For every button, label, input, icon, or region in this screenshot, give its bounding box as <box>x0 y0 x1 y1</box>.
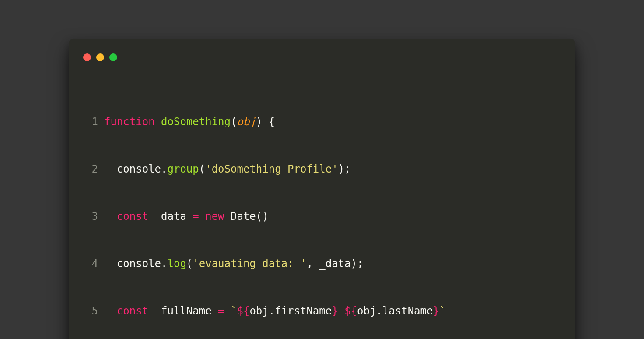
code-content: console.group('doSomething Profile'); <box>104 161 559 177</box>
code-line: 5 const _fullName = `${obj.firstName} ${… <box>85 303 559 319</box>
close-icon[interactable] <box>83 53 91 61</box>
code-content: console.log('evauating data: ', _data); <box>104 256 559 272</box>
line-number: 3 <box>85 208 104 224</box>
minimize-icon[interactable] <box>96 53 104 61</box>
code-window: 1function doSomething(obj) { 2 console.g… <box>69 39 575 339</box>
line-number: 4 <box>85 256 104 272</box>
code-block: 1function doSomething(obj) { 2 console.g… <box>85 82 559 339</box>
code-line: 3 const _data = new Date() <box>85 208 559 224</box>
code-line: 4 console.log('evauating data: ', _data)… <box>85 256 559 272</box>
line-number: 1 <box>85 114 104 130</box>
code-content: const _fullName = `${obj.firstName} ${ob… <box>104 303 559 319</box>
maximize-icon[interactable] <box>109 53 117 61</box>
code-line: 1function doSomething(obj) { <box>85 114 559 130</box>
code-line: 2 console.group('doSomething Profile'); <box>85 161 559 177</box>
traffic-lights <box>83 53 559 61</box>
line-number: 5 <box>85 303 104 319</box>
code-content: function doSomething(obj) { <box>104 114 559 130</box>
code-content: const _data = new Date() <box>104 208 559 224</box>
line-number: 2 <box>85 161 104 177</box>
